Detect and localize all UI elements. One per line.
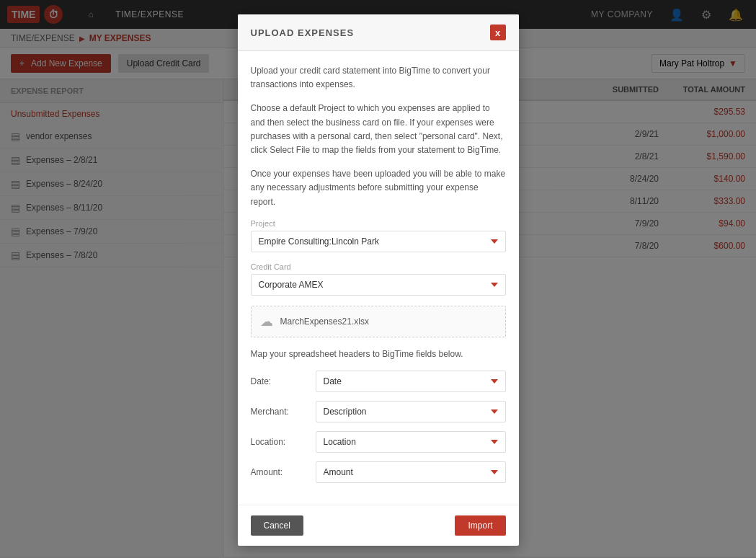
- location-mapping-row: Location: Location City Store: [251, 431, 506, 453]
- file-name: MarchExpenses21.xlsx: [280, 316, 369, 327]
- merchant-mapping-row: Merchant: Description Merchant Vendor: [251, 401, 506, 422]
- modal-intro-1: Upload your credit card statement into B…: [251, 64, 506, 92]
- modal-intro-3: Once your expenses have been uploaded yo…: [251, 167, 506, 209]
- amount-mapping-select[interactable]: Amount Debit Credit: [316, 461, 506, 483]
- upload-expenses-modal: UPLOAD EXPENSES x Upload your credit car…: [238, 14, 519, 546]
- import-button[interactable]: Import: [455, 515, 505, 536]
- location-mapping-label: Location:: [251, 437, 308, 447]
- map-instructions: Map your spreadsheet headers to BigTime …: [251, 347, 506, 360]
- credit-card-select[interactable]: Corporate AMEX Personal Card Visa: [251, 274, 506, 296]
- date-mapping-select[interactable]: Date Transaction Date Post Date: [316, 371, 506, 392]
- merchant-mapping-label: Merchant:: [251, 407, 308, 417]
- location-mapping-select[interactable]: Location City Store: [316, 431, 506, 453]
- modal-footer: Cancel Import: [238, 505, 519, 546]
- modal-title: UPLOAD EXPENSES: [251, 27, 355, 38]
- upload-cloud-icon: ☁: [260, 314, 273, 329]
- file-upload-area[interactable]: ☁ MarchExpenses21.xlsx: [251, 306, 506, 337]
- amount-mapping-label: Amount:: [251, 467, 308, 477]
- date-mapping-label: Date:: [251, 376, 308, 386]
- date-mapping-row: Date: Date Transaction Date Post Date: [251, 371, 506, 392]
- cancel-button[interactable]: Cancel: [251, 515, 303, 536]
- modal-overlay: UPLOAD EXPENSES x Upload your credit car…: [0, 0, 756, 558]
- merchant-mapping-select[interactable]: Description Merchant Vendor: [316, 401, 506, 422]
- modal-intro-2: Choose a default Project to which you ex…: [251, 102, 506, 157]
- credit-card-label: Credit Card: [251, 262, 506, 271]
- project-select[interactable]: Empire Consulting:Lincoln Park Other Pro…: [251, 231, 506, 252]
- project-field: Project Empire Consulting:Lincoln Park O…: [251, 219, 506, 252]
- file-upload-field: ☁ MarchExpenses21.xlsx: [251, 306, 506, 337]
- modal-body: Upload your credit card statement into B…: [238, 51, 519, 505]
- modal-close-button[interactable]: x: [490, 25, 506, 40]
- credit-card-field: Credit Card Corporate AMEX Personal Card…: [251, 262, 506, 296]
- modal-header: UPLOAD EXPENSES x: [238, 14, 519, 51]
- project-label: Project: [251, 219, 506, 228]
- amount-mapping-row: Amount: Amount Debit Credit: [251, 461, 506, 483]
